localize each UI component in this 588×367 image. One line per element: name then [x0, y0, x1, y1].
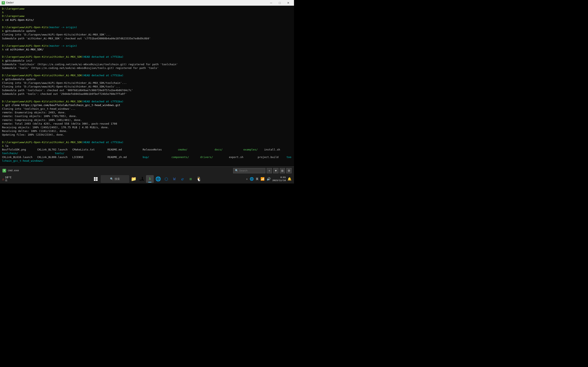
taskbar-vscode[interactable]: ⬡	[162, 175, 170, 183]
window-controls: ─ □ ✕	[267, 0, 292, 6]
grid-button[interactable]: ⊞	[280, 168, 285, 173]
start-button[interactable]	[91, 175, 100, 184]
terminal-output: D:\laragon\www λ D:\laragon\www λ cd AiP…	[2, 7, 292, 166]
taskbar: ⚠ 10°C 雨 🔍 搜索 📁 🏞 λ	[0, 175, 294, 184]
tray-wifi-icon[interactable]: 📶	[260, 176, 265, 182]
weather-condition: 雨	[5, 179, 11, 182]
search-label: 搜索	[114, 177, 120, 181]
taskbar-search[interactable]: 🔍 搜索	[101, 175, 129, 183]
windows-logo-icon	[94, 177, 98, 181]
add-tab-button[interactable]: +	[267, 168, 272, 173]
search-icon: 🔍	[235, 169, 238, 172]
taskbar-file-explorer[interactable]: 📁	[130, 175, 138, 183]
taskbar-edge-alt[interactable]: ℯ	[179, 175, 186, 183]
minimize-button[interactable]: ─	[267, 0, 275, 6]
weather-alert-icon: ⚠	[2, 177, 4, 181]
status-bar: λ cmd.exe 🔍 + ▼ ⊞ ⚙	[0, 166, 294, 175]
cmder-icon: λ	[2, 1, 5, 4]
taskbar-linux[interactable]: 🐧	[195, 175, 203, 183]
taskbar-terminal[interactable]: ⊞	[187, 175, 195, 183]
tray-volume-icon[interactable]: 🔊	[266, 176, 271, 182]
title-bar: λ Cmder ─ □ ✕	[0, 0, 294, 6]
taskbar-cmd[interactable]: λ	[146, 175, 154, 183]
window-title: Cmder	[6, 1, 14, 4]
weather-temp: 10°C	[5, 176, 11, 179]
status-cmder-icon: λ	[2, 169, 6, 173]
system-tray: ∧ 🌐 英 📶 🔊 0:01 2023/11/16 🔔	[246, 176, 292, 182]
dropdown-button[interactable]: ▼	[273, 168, 278, 173]
terminal-area: D:\laragon\www λ D:\laragon\www λ cd AiP…	[0, 6, 294, 166]
title-bar-left: λ Cmder	[2, 1, 14, 4]
clock-time: 0:01	[272, 176, 286, 179]
close-button[interactable]: ✕	[284, 0, 292, 6]
process-name: cmd.exe	[8, 169, 19, 172]
clock-date: 2023/11/16	[272, 179, 286, 182]
search-icon: 🔍	[110, 177, 113, 181]
status-bar-right: 🔍 + ▼ ⊞ ⚙	[233, 168, 292, 173]
settings-button[interactable]: ⚙	[286, 168, 292, 173]
tray-chevron[interactable]: ∧	[246, 177, 248, 181]
taskbar-word[interactable]: W	[171, 175, 178, 183]
status-bar-left: λ cmd.exe	[2, 169, 19, 173]
tray-lang-icon[interactable]: 英	[255, 177, 259, 181]
search-input[interactable]	[239, 169, 264, 172]
taskbar-left: ⚠ 10°C 雨	[2, 176, 13, 182]
taskbar-scenery[interactable]: 🏞	[138, 175, 146, 183]
search-box[interactable]: 🔍	[233, 168, 265, 173]
taskbar-center: 🔍 搜索 📁 🏞 λ 🌐 ⬡ W ℯ ⊞	[91, 175, 203, 184]
tray-network-icon[interactable]: 🌐	[249, 176, 254, 182]
notification-icon[interactable]: 🔔	[287, 176, 292, 182]
system-clock[interactable]: 0:01 2023/11/16	[272, 176, 286, 182]
maximize-button[interactable]: □	[276, 0, 284, 6]
weather-widget[interactable]: ⚠ 10°C 雨	[2, 176, 11, 182]
taskbar-edge[interactable]: 🌐	[154, 175, 162, 183]
